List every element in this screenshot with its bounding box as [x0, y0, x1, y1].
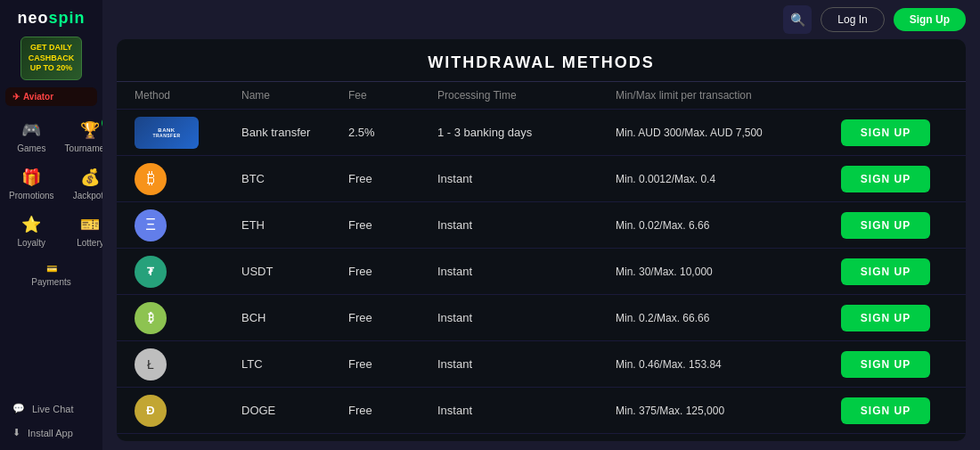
fee-value: Free — [348, 357, 437, 371]
method-name: DOGE — [241, 404, 348, 417]
lottery-icon: 🎫 — [80, 215, 100, 234]
cashback-banner[interactable]: GET DAILY CASHBACK UP TO 20% — [20, 37, 83, 80]
limit-value: Min. 0.0012/Max. 0.4 — [616, 173, 841, 185]
processing-value: Instant — [437, 172, 616, 185]
sidebar-item-promotions[interactable]: 🎁 Promotions — [5, 162, 58, 206]
tournaments-label: Tournaments — [65, 143, 102, 153]
btc-icon: ₿ — [135, 163, 167, 195]
table-row: Ð DOGE Free Instant Min. 375/Max. 125,00… — [117, 388, 966, 434]
method-name: BTC — [241, 172, 348, 185]
jackpots-label: Jackpots — [73, 191, 102, 200]
sign-up-cell: SIGN UP — [841, 397, 948, 424]
fee-value: Free — [348, 311, 437, 324]
sign-up-button[interactable]: SIGN UP — [841, 212, 930, 239]
sign-up-button[interactable]: SIGN UP — [841, 305, 930, 331]
bank-logo: BANKTRANSFER — [135, 117, 199, 149]
bch-icon: ₿ — [135, 302, 167, 334]
table-header: Method Name Fee Processing Time Min/Max … — [117, 82, 966, 110]
sign-up-button[interactable]: SIGN UP — [841, 397, 930, 424]
cashback-line1: GET DAILY — [29, 43, 75, 53]
login-button[interactable]: Log In — [821, 7, 884, 32]
method-logo: ₿ — [135, 302, 241, 334]
col-action — [841, 89, 948, 102]
fee-value: 2.5% — [348, 126, 437, 139]
col-fee: Fee — [348, 89, 437, 102]
method-logo: Ξ — [135, 209, 241, 241]
limit-value: Min. 0.02/Max. 6.66 — [616, 219, 841, 232]
col-name: Name — [241, 89, 348, 102]
games-label: Games — [17, 143, 45, 153]
table-row: BANKTRANSFER Bank transfer 2.5% 1 - 3 ba… — [117, 110, 966, 156]
limit-value: Min. 375/Max. 125,000 — [616, 405, 841, 417]
col-processing: Processing Time — [437, 89, 616, 102]
fee-value: Free — [348, 172, 437, 185]
promotions-label: Promotions — [9, 191, 54, 200]
install-app-button[interactable]: ⬇ Install App — [5, 421, 97, 445]
sign-up-cell: SIGN UP — [841, 351, 948, 378]
method-name: USDT — [241, 265, 348, 278]
sidebar-item-jackpots[interactable]: 💰 Jackpots — [61, 162, 102, 206]
fee-value: Free — [348, 265, 437, 278]
limit-value: Min. 30/Max. 10,000 — [616, 266, 841, 278]
sidebar-item-tournaments[interactable]: 2 🏆 Tournaments — [61, 115, 102, 159]
table-row: ripple XRP Free Instant Min. 50/Max. 16,… — [117, 434, 966, 441]
limit-value: Min. AUD 300/Max. AUD 7,500 — [616, 127, 841, 139]
col-method: Method — [135, 89, 241, 102]
sidebar-item-loyalty[interactable]: ⭐ Loyalty — [5, 209, 58, 253]
withdrawal-title: WITHDRAWAL METHODS — [117, 39, 966, 82]
table-body: BANKTRANSFER Bank transfer 2.5% 1 - 3 ba… — [117, 110, 966, 441]
sidebar-bottom: 💬 Live Chat ⬇ Install App — [0, 391, 102, 450]
games-icon: 🎮 — [21, 120, 41, 140]
table-row: ₿ BCH Free Instant Min. 0.2/Max. 66.66 S… — [117, 295, 966, 341]
method-logo: ₿ — [135, 163, 241, 195]
ltc-icon: Ł — [135, 348, 167, 380]
table-row: ₮ USDT Free Instant Min. 30/Max. 10,000 … — [117, 249, 966, 295]
limit-value: Min. 0.2/Max. 66.66 — [616, 312, 841, 324]
signup-button[interactable]: Sign Up — [894, 8, 966, 31]
sign-up-button[interactable]: SIGN UP — [841, 351, 930, 378]
install-app-label: Install App — [28, 428, 73, 438]
sign-up-cell: SIGN UP — [841, 166, 948, 192]
method-logo: ripple — [135, 441, 241, 442]
logo: neospin — [17, 9, 85, 28]
search-button[interactable]: 🔍 — [783, 5, 812, 34]
payments-icon: 💳 — [46, 264, 57, 274]
promotions-icon: 🎁 — [21, 168, 41, 187]
payments-label: Payments — [31, 277, 70, 287]
sign-up-cell: SIGN UP — [841, 305, 948, 331]
tournaments-badge: 2 — [102, 117, 102, 129]
main-content: 🔍 Log In Sign Up WITHDRAWAL METHODS Meth… — [102, 0, 980, 450]
method-name: BCH — [241, 311, 348, 324]
method-name: LTC — [241, 357, 348, 371]
sign-up-button[interactable]: SIGN UP — [841, 258, 930, 285]
xrp-logo: ripple — [135, 441, 199, 442]
tournaments-icon: 🏆 — [80, 120, 100, 140]
live-chat-button[interactable]: 💬 Live Chat — [5, 397, 97, 421]
sidebar: neospin GET DAILY CASHBACK UP TO 20% ✈ A… — [0, 0, 102, 450]
sign-up-button[interactable]: SIGN UP — [841, 166, 930, 192]
sign-up-cell: SIGN UP — [841, 258, 948, 285]
usdt-icon: ₮ — [135, 256, 167, 288]
processing-value: Instant — [437, 265, 616, 278]
table-row: Ξ ETH Free Instant Min. 0.02/Max. 6.66 S… — [117, 202, 966, 249]
eth-icon: Ξ — [135, 209, 167, 241]
live-chat-icon: 💬 — [12, 403, 25, 414]
table-row: Ł LTC Free Instant Min. 0.46/Max. 153.84… — [117, 341, 966, 388]
cashback-line3: UP TO 20% — [29, 63, 75, 74]
method-name: ETH — [241, 218, 348, 232]
sign-up-cell: SIGN UP — [841, 119, 948, 146]
aviator-banner[interactable]: ✈ Aviator — [5, 87, 97, 106]
processing-value: 1 - 3 banking days — [437, 126, 616, 139]
aviator-label: Aviator — [23, 92, 53, 102]
sign-up-button[interactable]: SIGN UP — [841, 119, 930, 146]
sidebar-item-games[interactable]: 🎮 Games — [5, 115, 58, 159]
sidebar-item-lottery[interactable]: 🎫 Lottery — [61, 209, 102, 253]
withdrawal-panel: WITHDRAWAL METHODS Method Name Fee Proce… — [117, 39, 966, 441]
sidebar-item-payments[interactable]: 💳 Payments — [5, 258, 97, 292]
method-name: Bank transfer — [241, 126, 348, 139]
processing-value: Instant — [437, 404, 616, 417]
col-limit: Min/Max limit per transaction — [616, 89, 841, 102]
table-row: ₿ BTC Free Instant Min. 0.0012/Max. 0.4 … — [117, 156, 966, 202]
lottery-label: Lottery — [77, 238, 102, 248]
loyalty-icon: ⭐ — [21, 215, 41, 234]
